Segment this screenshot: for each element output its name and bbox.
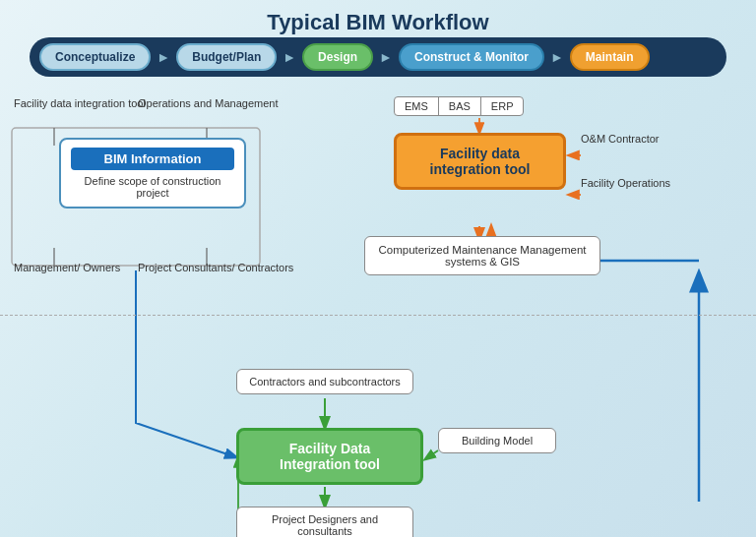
ems-item-bas: BAS (439, 97, 481, 115)
facility-orange-title: Facility dataintegration tool (409, 146, 551, 177)
facility-green-box: Facility DataIntegration tool (236, 428, 423, 485)
wf-arrow-3: ► (379, 49, 393, 65)
proj-designers-box: Project Designers and consultants (236, 507, 413, 537)
proj-designers-text: Project Designers and consultants (272, 513, 378, 537)
label-om-contractor: O&M Contractor (581, 133, 669, 145)
cmms-box: Computerized Maintenance Management syst… (364, 236, 600, 275)
contractors-box: Contractors and subcontractors (236, 369, 413, 394)
bim-info-box: BIM Information Define scope of construc… (59, 138, 246, 209)
label-ops-management: Operations and Management (138, 96, 278, 110)
wf-arrow-4: ► (550, 49, 564, 65)
label-project-consultants: Project Consultants/ Contractors (138, 261, 293, 274)
building-model-text: Building Model (462, 435, 533, 447)
label-facility-data-int: Facility data integration tool (14, 96, 146, 110)
facility-green-title: Facility DataIntegration tool (251, 441, 409, 472)
ems-item-erp: ERP (481, 97, 524, 115)
section-divider (0, 315, 756, 316)
bim-info-description: Define scope of construction project (71, 175, 234, 199)
wf-step-design[interactable]: Design (302, 43, 373, 71)
facility-orange-box: Facility dataintegration tool (394, 133, 566, 190)
ems-item-ems: EMS (395, 97, 439, 115)
svg-line-13 (425, 450, 438, 459)
wf-arrow-1: ► (157, 49, 170, 65)
workflow-bar: Conceptualize ► Budget/Plan ► Design ► C… (30, 37, 726, 77)
label-management-owners: Management/ Owners (14, 261, 120, 274)
bim-info-title: BIM Information (71, 148, 234, 170)
cmms-text: Computerized Maintenance Management syst… (379, 244, 587, 268)
ems-bar: EMS BAS ERP (394, 96, 524, 116)
wf-step-conceptualize[interactable]: Conceptualize (39, 43, 151, 71)
wf-step-construct[interactable]: Construct & Monitor (399, 43, 544, 71)
label-facility-operations: Facility Operations (581, 177, 670, 189)
building-model-box: Building Model (438, 428, 556, 453)
wf-step-budget[interactable]: Budget/Plan (176, 43, 277, 71)
contractors-text: Contractors and subcontractors (249, 376, 400, 388)
wf-arrow-2: ► (283, 49, 296, 65)
wf-step-maintain[interactable]: Maintain (570, 43, 650, 71)
